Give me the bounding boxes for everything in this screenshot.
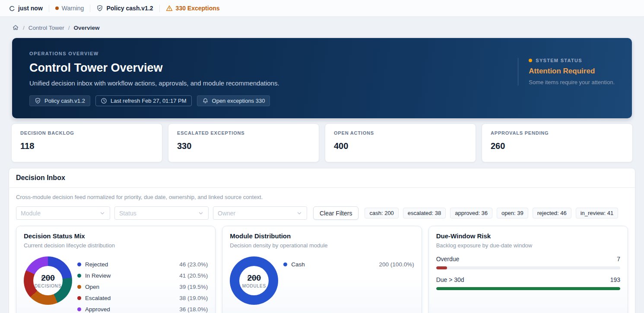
legend-row: Rejected 46 (23.0%) [77,259,208,270]
chip-escalated[interactable]: escalated: 38 [403,208,446,218]
hero-badges: Policy cash.v1.2 Last refresh Feb 27, 01… [29,95,279,106]
stat-card-open-actions: OPEN ACTIONS 400 [325,123,476,162]
hero-main: OPERATIONS OVERVIEW Control Tower Overvi… [29,51,279,106]
legend-row: Approved 36 (18.0%) [77,304,208,313]
hero-eyebrow: OPERATIONS OVERVIEW [29,51,279,56]
divider [90,5,90,12]
chevron-down-icon [296,210,302,216]
stat-value: 400 [334,141,467,151]
donut-center-value: 200 [41,273,55,283]
chip-rejected[interactable]: rejected: 46 [533,208,571,218]
bell-icon [202,98,209,104]
decision-inbox-body: Cross-module decision feed normalized fo… [9,188,635,313]
chip-open[interactable]: open: 39 [497,208,528,218]
legend-value: 39 (19.5%) [179,284,208,290]
chip-cash[interactable]: cash: 200 [365,208,398,218]
system-status-title: Attention Required [529,67,615,76]
legend-row: Cash 200 (100.0%) [283,259,414,270]
divider [159,5,160,12]
legend-dot-icon [77,296,81,300]
section-description: Cross-module decision feed normalized fo… [16,194,628,200]
system-status-eyebrow: SYSTEM STATUS [536,58,582,63]
stat-value: 118 [20,141,153,151]
decision-status-mix-card: Decision Status Mix Current decision lif… [16,226,216,313]
legend-dot-icon [77,285,81,289]
refresh-status[interactable]: just now [9,5,43,12]
legend-label: Cash [291,261,305,268]
status-dot-icon [529,59,532,62]
clear-filters-button[interactable]: Clear Filters [313,206,358,220]
stat-label: ESCALATED EXCEPTIONS [177,130,310,136]
stat-label: DECISION BACKLOG [20,130,153,136]
stat-label: APPROVALS PENDING [491,130,624,136]
donut-center: 200 DECISIONS [33,266,63,295]
risk-bar-fill [436,266,447,269]
legend-dot-icon [77,307,81,311]
open-exceptions-badge: Open exceptions 330 [197,95,270,106]
owner-filter-select[interactable]: Owner [213,206,307,220]
chart-cards-row: Decision Status Mix Current decision lif… [16,226,628,313]
legend-row: Escalated 38 (19.0%) [77,292,208,304]
risk-bar-track [436,266,620,269]
clock-icon [101,98,107,104]
last-refresh-badge-label: Last refresh Feb 27, 01:17 PM [111,98,187,104]
stat-cards-row: DECISION BACKLOG 118 ESCALATED EXCEPTION… [11,123,633,162]
legend-label: Rejected [85,261,108,268]
exceptions-label: 330 Exceptions [176,5,220,12]
chip-in-review[interactable]: in_review: 41 [576,208,619,218]
legend-row: In Review 41 (20.5%) [77,270,208,281]
shield-check-icon [96,5,103,12]
status-filter-select[interactable]: Status [114,206,209,220]
module-filter-select[interactable]: Module [16,206,110,220]
legend-label: Open [85,284,99,290]
chart-subtitle: Decision density by operational module [230,242,414,249]
legend-dot-icon [77,274,81,278]
warning-label: Warning [62,5,84,12]
refresh-icon [9,5,15,12]
breadcrumb: / Control Tower / Overview [0,17,644,36]
status-filter-placeholder: Status [119,210,136,217]
status-mix-legend: Rejected 46 (23.0%) In Review 41 (20.5%)… [77,256,208,313]
legend-row: Open 39 (19.5%) [77,281,208,292]
legend-label: Escalated [85,295,111,301]
donut-center-label: MODULES [242,284,266,288]
module-filter-placeholder: Module [21,210,41,217]
policy-badge-label: Policy cash.v1.2 [44,98,85,104]
legend-value: 200 (100.0%) [379,261,414,268]
warning-triangle-icon [166,5,173,12]
risk-label: Due > 30d [436,276,464,283]
status-mix-donut-chart: 200 DECISIONS [24,256,72,305]
home-icon[interactable] [12,24,19,31]
system-status-caption: Some items require your attention. [529,79,615,85]
hero-banner: OPERATIONS OVERVIEW Control Tower Overvi… [12,38,632,118]
system-status-panel: SYSTEM STATUS Attention Required Some it… [518,58,615,85]
risk-value: 193 [610,276,620,283]
breadcrumb-item-overview: Overview [74,25,100,31]
legend-value: 36 (18.0%) [179,306,208,313]
chart-subtitle: Current decision lifecycle distribution [24,242,208,249]
exceptions-status[interactable]: 330 Exceptions [166,5,220,12]
due-window-risk-card: Due-Window Risk Backlog exposure by due-… [428,226,628,313]
module-legend: Cash 200 (100.0%) [283,256,414,270]
chart-subtitle: Backlog exposure by due-date window [436,242,620,249]
risk-row-overdue: Overdue 7 [436,256,620,269]
divider [49,5,49,12]
module-donut-chart: 200 MODULES [230,256,278,305]
top-status-bar: just now Warning Policy cash.v1.2 330 Ex… [0,0,644,17]
stat-label: OPEN ACTIONS [334,130,467,136]
policy-label: Policy cash.v1.2 [106,5,153,12]
breadcrumb-separator: / [68,25,70,31]
breadcrumb-item-control-tower[interactable]: Control Tower [29,25,64,31]
refresh-label: just now [18,5,43,12]
policy-status: Policy cash.v1.2 [96,5,153,12]
legend-label: Approved [85,306,110,313]
donut-center-value: 200 [247,273,261,283]
hero-subtitle: Unified decision inbox with workflow act… [29,79,279,87]
chip-approved[interactable]: approved: 36 [450,208,492,218]
decision-inbox-header: Decision Inbox [9,168,635,188]
open-exceptions-badge-label: Open exceptions 330 [212,98,265,104]
donut-center-label: DECISIONS [35,284,61,288]
stat-card-escalated-exceptions: ESCALATED EXCEPTIONS 330 [168,123,319,162]
chart-title: Due-Window Risk [436,232,620,240]
risk-bar-fill [436,287,620,290]
